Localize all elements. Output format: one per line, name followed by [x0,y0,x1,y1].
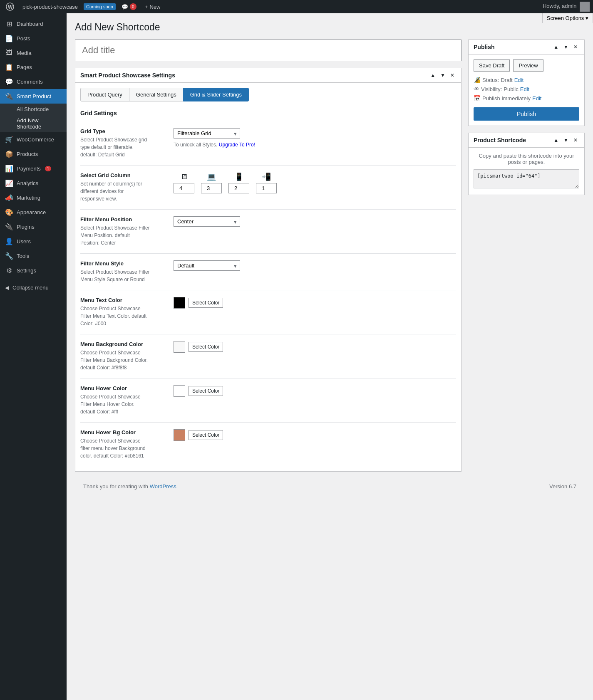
tablet-column-item: 📱 [228,172,249,193]
preview-button[interactable]: Preview [513,59,543,72]
grid-type-select[interactable]: Default GridFilterable Grid [174,128,240,139]
laptop-column-item: 💻 [201,172,222,193]
menu-bg-color-swatch[interactable] [174,341,185,353]
shortcode-textarea[interactable]: [picsmartwoo id="64"] [474,169,579,188]
sidebar-item-settings[interactable]: ⚙ Settings [0,263,67,278]
desktop-icon: 🖥 [180,173,188,181]
tablet-column-input[interactable] [228,183,249,193]
menu-hover-color-select-btn[interactable]: Select Color [189,386,223,396]
sidebar-item-smart-product[interactable]: 🔌 Smart Product [0,89,67,104]
menu-hover-color-title: Menu Hover Color [80,385,164,391]
upgrade-link[interactable]: Upgrade To Pro! [219,142,255,148]
mobile-column-input[interactable] [256,183,277,193]
sidebar-item-plugins[interactable]: 🔌 Plugins [0,220,67,234]
menu-text-color-select-btn[interactable]: Select Color [189,298,223,308]
shortcode-collapse-up-btn[interactable]: ▲ [552,136,560,144]
new-content-link[interactable]: + New [142,4,163,10]
filter-menu-style-select[interactable]: Default Square Round [174,260,240,271]
postbox-collapse-down-btn[interactable]: ▼ [439,72,447,79]
sidebar-item-dashboard[interactable]: ⊞ Dashboard [0,17,67,31]
shortcode-close-btn[interactable]: ✕ [572,136,579,144]
main-column: Smart Product Showcase Settings ▲ ▼ ✕ Pr… [75,40,461,478]
menu-hover-bg-color-title: Menu Hover Bg Color [80,429,164,435]
settings-postbox: Smart Product Showcase Settings ▲ ▼ ✕ Pr… [75,68,461,472]
sidebar-item-posts[interactable]: 📄 Posts [0,31,67,46]
visibility-edit-link[interactable]: Edit [520,86,529,92]
postbox-close-btn[interactable]: ✕ [449,72,456,79]
publish-postbox-body: Save Draft Preview 🔏 Status: Draft Edit … [469,54,584,126]
status-icon: 🔏 [474,77,481,83]
collapse-menu-button[interactable]: ◀ Collapse menu [0,281,67,294]
save-draft-button[interactable]: Save Draft [474,59,510,72]
sidebar-item-users[interactable]: 👤 Users [0,234,67,249]
wordpress-link[interactable]: WordPress [150,483,176,490]
menu-text-color-title: Menu Text Color [80,297,164,303]
publish-time-meta: 📅 Publish immediately Edit [474,95,579,101]
publish-button[interactable]: Publish [474,107,579,121]
sidebar-item-appearance[interactable]: 🎨 Appearance [0,205,67,220]
settings-icon: ⚙ [5,267,13,275]
side-column: Publish ▲ ▼ ✕ Save Draft Preview [468,40,585,478]
publish-time-edit-link[interactable]: Edit [532,95,541,101]
filter-menu-style-control: Default Square Round [174,260,456,271]
menu-hover-color-control: Select Color [174,385,456,397]
payments-badge: 1 [45,166,52,171]
grid-type-label: Grid Type Select Product Showcase grid t… [80,128,164,158]
sidebar-item-payments[interactable]: 📊 Payments 1 [0,161,67,176]
sidebar-item-comments[interactable]: 💬 Comments [0,74,67,89]
publish-collapse-up-btn[interactable]: ▲ [552,43,560,51]
users-icon: 👤 [5,237,13,245]
footer-left: Thank you for creating with WordPress [83,483,176,490]
mobile-column-item: 📲 [256,172,277,193]
publish-actions: Save Draft Preview [474,59,579,72]
grid-type-select-wrapper: Default GridFilterable Grid [174,128,240,139]
shortcode-collapse-down-btn[interactable]: ▼ [562,136,570,144]
menu-hover-bg-color-picker-row: Select Color [174,429,456,441]
sidebar-item-analytics[interactable]: 📈 Analytics [0,176,67,190]
menu-text-color-swatch[interactable] [174,297,185,309]
menu-text-color-control: Select Color [174,297,456,309]
desktop-column-item: 🖥 [174,173,194,193]
tab-product-query[interactable]: Product Query [80,88,129,101]
visibility-value: Public [504,86,518,92]
grid-type-row: Grid Type Select Product Showcase grid t… [80,128,456,158]
settings-postbox-title: Smart Product Showcase Settings [80,72,175,79]
sidebar-item-products[interactable]: 📦 Products [0,147,67,161]
publish-postbox-controls: ▲ ▼ ✕ [552,43,579,51]
mobile-icon: 📲 [262,172,271,181]
menu-hover-bg-color-swatch[interactable] [174,429,185,441]
tab-grid-slider-settings[interactable]: Grid & Slider Settings [183,88,249,101]
sidebar-item-marketing[interactable]: 📣 Marketing [0,190,67,205]
tab-general-settings[interactable]: General Settings [129,88,184,101]
screen-options-button[interactable]: Screen Options ▾ [542,13,593,23]
grid-settings-title: Grid Settings [80,110,456,116]
menu-hover-color-swatch[interactable] [174,385,185,397]
submenu-add-new-shortcode[interactable]: Add New Shortcode [0,115,67,132]
grid-column-desc: Set number of column(s) for different de… [80,180,164,203]
submenu-all-shortcode[interactable]: All Shortcode [0,104,67,115]
publish-collapse-down-btn[interactable]: ▼ [562,43,570,51]
site-name[interactable]: pick-product-showcase [20,4,80,10]
comments-icon: 💬 [5,78,13,86]
sidebar-item-woocommerce[interactable]: 🛒 WooCommerce [0,132,67,147]
grid-type-title: Grid Type [80,128,164,134]
menu-bg-color-select-btn[interactable]: Select Color [189,342,223,352]
publish-postbox-header: Publish ▲ ▼ ✕ [469,40,584,54]
comments-link[interactable]: 💬 0 [119,3,139,10]
sidebar-item-pages[interactable]: 📋 Pages [0,60,67,74]
coming-soon-badge: Coming soon [84,3,116,10]
postbox-collapse-up-btn[interactable]: ▲ [429,72,437,79]
laptop-column-input[interactable] [201,183,222,193]
menu-bg-color-section: Menu Background Color Choose Product Sho… [80,334,456,378]
smart-product-submenu: All Shortcode Add New Shortcode [0,104,67,132]
desktop-column-input[interactable] [174,183,194,193]
publish-close-btn[interactable]: ✕ [572,43,579,51]
filter-menu-position-select[interactable]: Left Center Right [174,216,240,227]
sidebar-item-media[interactable]: 🖼 Media [0,46,67,60]
wp-logo[interactable]: W [3,2,17,11]
sidebar-item-tools[interactable]: 🔧 Tools [0,249,67,263]
menu-hover-bg-color-desc: Choose Product Showcase filter menu hove… [80,437,164,460]
menu-hover-bg-color-select-btn[interactable]: Select Color [189,430,223,440]
status-edit-link[interactable]: Edit [514,77,524,83]
post-title-input[interactable] [75,40,461,61]
